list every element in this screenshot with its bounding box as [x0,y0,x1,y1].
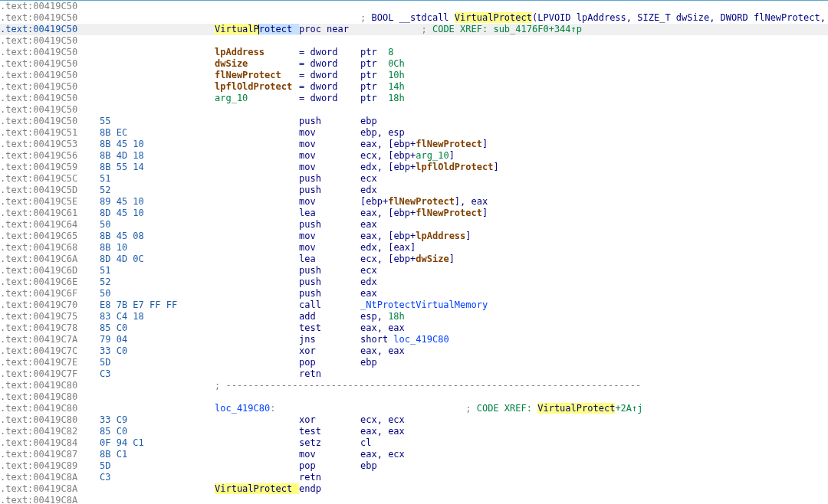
operands: ebp [360,460,828,472]
operands: edx, [ebp+lpflOldProtect] [360,162,828,173]
mnemonic: = dword [299,70,360,81]
bytes-col: C3 [100,368,215,380]
addr-col: .text:00419C7F [0,368,100,380]
asm-row[interactable]: .text:00419C50 lpAddress= dwordptr 8 [0,47,828,58]
asm-row[interactable]: .text:00419C5D 52pushedx [0,185,828,196]
asm-row[interactable]: .text:00419C50 VirtualProtect proc near … [0,24,828,35]
asm-row[interactable]: .text:00419C89 5Dpopebp [0,460,828,472]
bytes-col: 5D [100,460,215,472]
addr-col: .text:00419C6A [0,254,100,265]
asm-row[interactable]: .text:00419C84 0F 94 C1setzcl [0,437,828,449]
addr-col: .text:00419C5C [0,173,100,185]
asm-row[interactable]: .text:00419C80 loc_419C80: ; CODE XREF: … [0,403,828,414]
mnemonic [299,104,360,116]
bytes-col: 52 [100,277,215,288]
asm-row[interactable]: .text:00419C80 [0,391,828,403]
asm-row[interactable]: .text:00419C64 50pusheax [0,219,828,231]
asm-row[interactable]: .text:00419C7C 33 C0xoreax, eax [0,345,828,357]
asm-row[interactable]: .text:00419C61 8D 45 10leaeax, [ebp+flNe… [0,208,828,219]
addr-col: .text:00419C6E [0,277,100,288]
asm-row[interactable]: .text:00419C68 8B 10movedx, [eax] [0,242,828,254]
asm-row[interactable]: .text:00419C6A 8D 4D 0Cleaecx, [ebp+dwSi… [0,254,828,265]
operands: eax, [ebp+flNewProtect] [360,208,828,219]
bytes-col: 8B 55 14 [100,162,215,173]
operands: edx [360,185,828,196]
addr-col: .text:00419C50 [0,104,100,116]
mnemonic: test [299,322,360,334]
addr-col: .text:00419C53 [0,139,100,150]
asm-row[interactable]: .text:00419C8A [0,495,828,504]
bytes-col [100,483,215,495]
asm-row[interactable]: .text:00419C6D 51pushecx [0,265,828,277]
asm-row[interactable]: .text:00419C50 [0,35,828,47]
asm-row[interactable]: .text:00419C7A 79 04jnsshort loc_419C80 [0,334,828,345]
operands: ; BOOL __stdcall VirtualProtect(LPVOID l… [360,12,828,24]
addr-col: .text:00419C50 [0,116,100,127]
mnemonic: lea [299,208,360,219]
asm-row[interactable]: .text:00419C50 flNewProtect= dwordptr 10… [0,70,828,81]
asm-row[interactable]: .text:00419C70 E8 7B E7 FF FFcall_NtProt… [0,299,828,311]
asm-row[interactable]: .text:00419C50 dwSize= dwordptr 0Ch [0,58,828,70]
asm-row[interactable]: .text:00419C80 ; -----------------------… [0,380,828,391]
bytes-col: 50 [100,219,215,231]
bytes-col: 83 C4 18 [100,311,215,322]
mnemonic: push [299,116,360,127]
addr-col: .text:00419C61 [0,208,100,219]
mnemonic: lea [299,254,360,265]
asm-row[interactable]: .text:00419C50 arg_10= dwordptr 18h [0,93,828,104]
asm-row[interactable]: .text:00419C50 ; BOOL __stdcall VirtualP… [0,12,828,24]
mnemonic: push [299,265,360,277]
addr-col: .text:00419C78 [0,322,100,334]
asm-row[interactable]: .text:00419C53 8B 45 10moveax, [ebp+flNe… [0,139,828,150]
asm-row[interactable]: .text:00419C6F 50pusheax [0,288,828,299]
mnemonic [299,391,360,403]
addr-col: .text:00419C7E [0,357,100,368]
asm-row[interactable]: .text:00419C7F C3retn [0,368,828,380]
addr-col: .text:00419C50 [0,81,100,93]
mnemonic [299,12,360,24]
asm-row[interactable]: .text:00419C82 85 C0testeax, eax [0,426,828,437]
asm-row[interactable]: .text:00419C56 8B 4D 18movecx, [ebp+arg_… [0,150,828,162]
asm-row[interactable]: .text:00419C5E 89 45 10mov[ebp+flNewProt… [0,196,828,208]
asm-row[interactable]: .text:00419C80 33 C9xorecx, ecx [0,414,828,426]
operands: ptr 0Ch [360,58,828,70]
asm-row[interactable]: .text:00419C59 8B 55 14movedx, [ebp+lpfl… [0,162,828,173]
disassembly-listing[interactable]: .text:00419C50 .text:00419C50 ; BOOL __s… [0,0,828,504]
bytes-col [100,1,215,12]
operands: ecx [360,265,828,277]
asm-row[interactable]: .text:00419C51 8B ECmovebp, esp [0,127,828,139]
asm-row[interactable]: .text:00419C5C 51pushecx [0,173,828,185]
asm-row[interactable]: .text:00419C7E 5Dpopebp [0,357,828,368]
addr-col: .text:00419C50 [0,47,100,58]
asm-row[interactable]: .text:00419C50 lpflOldProtect= dwordptr … [0,81,828,93]
asm-row[interactable]: .text:00419C50 [0,104,828,116]
operands: eax [360,288,828,299]
asm-row[interactable]: .text:00419C50 [0,1,828,12]
label-col: VirtualProtect [215,483,299,495]
bytes-col [100,93,215,104]
mnemonic: = dword [299,58,360,70]
bytes-col: 8B 10 [100,242,215,254]
asm-row[interactable]: .text:00419C65 8B 45 08moveax, [ebp+lpAd… [0,231,828,242]
bytes-col: 55 [100,116,215,127]
bytes-col [100,58,215,70]
addr-col: .text:00419C80 [0,391,100,403]
asm-row[interactable]: .text:00419C6E 52pushedx [0,277,828,288]
asm-row[interactable]: .text:00419C8A C3retn [0,472,828,483]
asm-row[interactable]: .text:00419C8A VirtualProtect endp [0,483,828,495]
operands [360,495,828,504]
mnemonic [299,495,360,504]
operands: ebp [360,116,828,127]
asm-row[interactable]: .text:00419C75 83 C4 18addesp, 18h [0,311,828,322]
addr-col: .text:00419C82 [0,426,100,437]
label-col: arg_10 [215,93,299,104]
operands: edx [360,277,828,288]
operands: ebp [360,357,828,368]
operands: esp, 18h [360,311,828,322]
asm-row[interactable]: .text:00419C87 8B C1moveax, ecx [0,449,828,460]
asm-row[interactable]: .text:00419C78 85 C0testeax, eax [0,322,828,334]
addr-col: .text:00419C80 [0,414,100,426]
addr-col: .text:00419C50 [0,93,100,104]
bytes-col [100,391,215,403]
asm-row[interactable]: .text:00419C50 55pushebp [0,116,828,127]
